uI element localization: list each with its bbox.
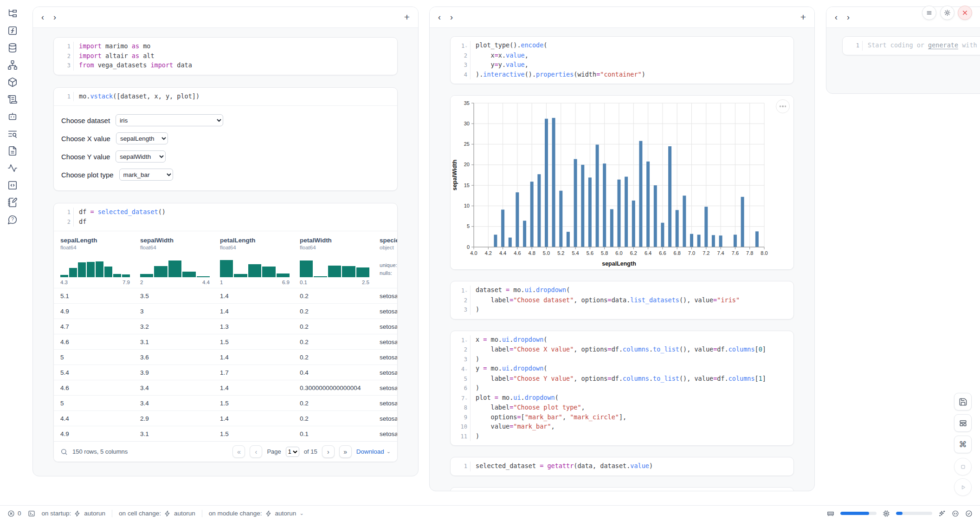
collapse-chevron-icon[interactable]: ⌄ bbox=[465, 396, 467, 400]
layout-grid-icon bbox=[959, 419, 967, 428]
bot-icon[interactable] bbox=[7, 111, 18, 122]
menu-icon bbox=[926, 9, 933, 16]
panel-back-button[interactable]: ‹ bbox=[41, 13, 53, 21]
histogram-range: 24.4 bbox=[140, 280, 210, 285]
next-page-button[interactable]: › bbox=[322, 445, 335, 458]
stop-button[interactable] bbox=[954, 458, 972, 475]
code-editor-plot-type[interactable]: 1plot_type = getattr(alt.Chart(df), plot… bbox=[451, 488, 793, 492]
function-square-icon[interactable] bbox=[7, 26, 18, 36]
panel-forward-button[interactable]: › bbox=[53, 13, 65, 21]
svg-text:6.2: 6.2 bbox=[630, 250, 637, 256]
page-of-label: of 15 bbox=[304, 448, 317, 455]
table-cell: 3 bbox=[140, 308, 220, 315]
collapse-chevron-icon[interactable]: ⌄ bbox=[465, 44, 467, 48]
search-icon[interactable] bbox=[60, 448, 68, 456]
menu-button[interactable] bbox=[922, 6, 936, 20]
code-editor-df[interactable]: 1df = selected_dataset()2df bbox=[54, 203, 397, 231]
file-text-icon[interactable] bbox=[7, 146, 18, 156]
control-row: Choose plot typemark_bar bbox=[61, 169, 390, 181]
code-editor-dataset[interactable]: 1⌄dataset = mo.ui.dropdown(2 label="Choo… bbox=[451, 281, 793, 319]
terminal-button[interactable] bbox=[28, 510, 35, 517]
column-header-petalWidth[interactable]: petalWidthfloat640.12.5 bbox=[300, 237, 380, 285]
settings-button[interactable] bbox=[940, 6, 954, 20]
page-select[interactable]: 1 bbox=[286, 447, 299, 457]
activity-icon[interactable] bbox=[7, 163, 18, 173]
cpu-meter bbox=[896, 512, 932, 515]
help-circle-icon[interactable]: ? bbox=[7, 215, 18, 225]
connection-status-icon[interactable] bbox=[965, 510, 973, 517]
panel-forward-button[interactable]: › bbox=[847, 13, 859, 21]
first-page-button[interactable]: « bbox=[232, 445, 245, 458]
table-row: 53.61.40.2setosa bbox=[54, 349, 397, 365]
table-cell: 3.1 bbox=[140, 430, 220, 437]
add-cell-button[interactable]: + bbox=[800, 12, 806, 23]
chart-menu-button[interactable] bbox=[776, 99, 790, 113]
collapse-chevron-icon[interactable]: ⌄ bbox=[465, 367, 467, 371]
column-header-petalLength[interactable]: petalLengthfloat6416.9 bbox=[220, 237, 300, 285]
collapse-chevron-icon[interactable]: ⌄ bbox=[465, 288, 467, 293]
table-cell: setosa bbox=[380, 369, 397, 376]
code-editor-selected[interactable]: 1selected_dataset = getattr(data, datase… bbox=[451, 457, 793, 475]
code-editor-imports[interactable]: 1import marimo as mo2import altair as al… bbox=[54, 38, 397, 75]
errors-indicator[interactable]: 0 bbox=[7, 510, 21, 517]
column-header-sepalLength[interactable]: sepalLengthfloat644.37.9 bbox=[60, 237, 140, 285]
table-cell: 3.5 bbox=[140, 293, 220, 300]
autorun-toggle[interactable]: on cell change:autorun bbox=[119, 510, 195, 517]
code-editor-dropdowns[interactable]: 1⌄x = mo.ui.dropdown(2 label="Choose X v… bbox=[451, 331, 793, 446]
code-square-icon[interactable] bbox=[7, 180, 18, 190]
command-palette-button[interactable]: ⌘ bbox=[954, 436, 972, 453]
svg-text:5.6: 5.6 bbox=[587, 250, 593, 256]
ai-sparkles-button[interactable] bbox=[938, 510, 946, 517]
autorun-label: on cell change: bbox=[119, 510, 161, 517]
code-editor-vstack[interactable]: 1mo.vstack([dataset, x, y, plot]) bbox=[54, 88, 397, 106]
code-editor-plot[interactable]: 1⌄plot_type().encode(2 x=x.value,3 y=y.v… bbox=[451, 37, 793, 84]
code-text: x=x.value, bbox=[470, 51, 789, 61]
choose-x-value-select[interactable]: sepalLength bbox=[116, 132, 168, 144]
download-button[interactable]: Download ⌄ bbox=[356, 448, 391, 455]
line-number: 8 bbox=[453, 403, 470, 413]
table-cell: 4.6 bbox=[60, 339, 140, 345]
prev-page-button[interactable]: ‹ bbox=[250, 445, 262, 458]
last-page-button[interactable]: » bbox=[339, 445, 352, 458]
code-text: ) bbox=[470, 355, 789, 365]
table-row: 53.41.50.2setosa bbox=[54, 395, 397, 410]
table-cell: setosa bbox=[380, 430, 397, 437]
panel-back-button[interactable]: ‹ bbox=[438, 13, 450, 21]
add-cell-button[interactable]: + bbox=[404, 12, 410, 23]
code-line: 2df bbox=[57, 217, 393, 227]
choose-plot-type-select[interactable]: mark_bar bbox=[119, 169, 173, 181]
column-header-species[interactable]: speciesobjectunique:nulls: bbox=[380, 237, 397, 285]
zap-icon bbox=[164, 510, 171, 517]
choose-dataset-select[interactable]: iris bbox=[116, 114, 223, 126]
autorun-toggle[interactable]: on module change:autorun⌄ bbox=[209, 510, 304, 517]
text-search-icon[interactable] bbox=[7, 129, 18, 139]
file-tree-icon[interactable] bbox=[7, 8, 18, 19]
network-icon[interactable] bbox=[7, 60, 18, 70]
save-button[interactable] bbox=[954, 393, 972, 410]
scroll-text-icon[interactable] bbox=[7, 94, 18, 104]
autorun-toggle[interactable]: on startup:autorun bbox=[42, 510, 106, 517]
table-cell: setosa bbox=[380, 400, 397, 407]
table-cell: 0.2 bbox=[300, 339, 380, 345]
code-line: 2 label="Choose X value", options=df.col… bbox=[453, 345, 789, 355]
notebook-pen-icon[interactable] bbox=[7, 197, 18, 208]
copilot-button[interactable] bbox=[952, 510, 959, 517]
table-cell: 1.4 bbox=[220, 415, 300, 422]
run-button[interactable] bbox=[954, 478, 972, 496]
choose-y-value-select[interactable]: sepalWidth bbox=[116, 150, 166, 163]
package-icon[interactable] bbox=[7, 77, 18, 87]
panel-notebook-right: ‹ › 1Start coding or generate with bbox=[826, 7, 980, 94]
code-editor-empty[interactable]: 1Start coding or generate with bbox=[843, 37, 980, 55]
database-icon[interactable] bbox=[7, 43, 18, 53]
panel-back-button[interactable]: ‹ bbox=[835, 13, 847, 21]
collapse-chevron-icon[interactable]: ⌄ bbox=[465, 338, 467, 342]
bar-chart[interactable]: 4.04.24.44.64.85.05.25.45.65.86.06.26.46… bbox=[451, 96, 793, 269]
panel-forward-button[interactable]: › bbox=[450, 13, 462, 21]
column-header-sepalWidth[interactable]: sepalWidthfloat6424.4 bbox=[140, 237, 220, 285]
code-text: dataset = mo.ui.dropdown( bbox=[470, 286, 789, 296]
line-number: 2 bbox=[453, 51, 470, 61]
cell-plot-expression: 1⌄plot_type().encode(2 x=x.value,3 y=y.v… bbox=[450, 36, 794, 84]
close-button[interactable] bbox=[958, 6, 972, 20]
code-text: import altair as alt bbox=[73, 52, 393, 61]
layout-button[interactable] bbox=[954, 414, 972, 432]
